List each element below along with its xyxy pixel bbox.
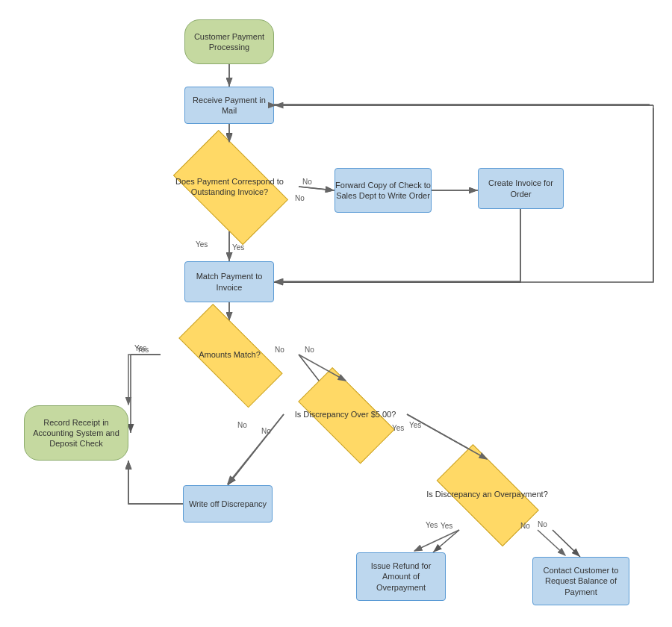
receive-node: Receive Payment in Mail bbox=[184, 87, 274, 124]
writeoff-node: Write off Discrepancy bbox=[183, 485, 273, 522]
svg-line-3 bbox=[299, 187, 335, 190]
svg-line-13 bbox=[553, 530, 580, 557]
start-node: Customer Payment Processing bbox=[184, 19, 274, 64]
amounts-match-node: Amounts Match? bbox=[161, 321, 299, 388]
yes2-label: Yes bbox=[137, 346, 149, 354]
arrows-svg bbox=[0, 0, 672, 627]
flowchart: Customer Payment Processing Receive Paym… bbox=[0, 0, 672, 627]
create-invoice-node: Create Invoice for Order bbox=[478, 168, 564, 209]
match-node: Match Payment to Invoice bbox=[184, 261, 274, 302]
yes3-label: Yes bbox=[392, 424, 404, 432]
svg-line-10 bbox=[228, 414, 284, 485]
yes1-label: Yes bbox=[196, 240, 208, 249]
discrepancy-over-node: Is Discrepancy Over $5.00? bbox=[284, 381, 407, 448]
no4-label: No bbox=[520, 522, 530, 530]
svg-line-12 bbox=[433, 530, 459, 552]
no3-label: No bbox=[261, 427, 271, 435]
forward-node: Forward Copy of Check to Sales Dept to W… bbox=[335, 168, 432, 213]
yes4-label: Yes bbox=[441, 522, 452, 530]
record-node: Record Receipt in Accounting System and … bbox=[24, 405, 128, 461]
overpayment-node: Is Discrepancy an Overpayment? bbox=[422, 459, 553, 530]
contact-node: Contact Customer to Request Balance of P… bbox=[532, 557, 629, 605]
diamond1-node: Does Payment Correspond to Outstanding I… bbox=[161, 142, 299, 231]
refund-node: Issue Refund for Amount of Overpayment bbox=[356, 552, 446, 601]
no2-label: No bbox=[275, 346, 284, 354]
